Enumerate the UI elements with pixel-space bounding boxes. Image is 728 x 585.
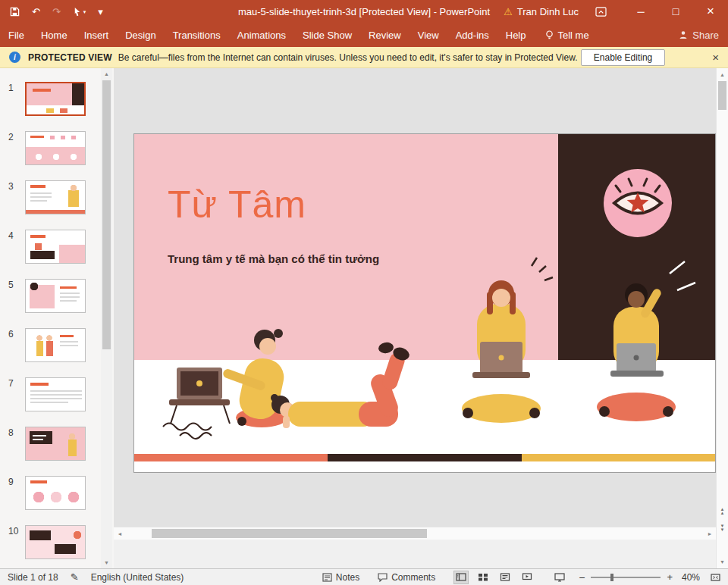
comments-button[interactable]: Comments — [378, 572, 435, 583]
thumbnail-row: 7 — [0, 377, 114, 427]
enable-editing-button[interactable]: Enable Editing — [581, 49, 665, 66]
slide-thumbnail-4[interactable] — [25, 230, 86, 264]
thumbnail-row: 2 — [0, 131, 114, 180]
slide-subtitle[interactable]: Trung tâm y tế mà bạn có thể tin tưởng — [168, 252, 379, 265]
proofing-icon[interactable]: ✎ — [71, 571, 79, 583]
scroll-left-icon[interactable]: ◄ — [114, 527, 126, 540]
touch-mode-icon[interactable]: ▾ — [73, 7, 86, 17]
horizontal-scrollbar[interactable]: ◄ ► — [114, 527, 716, 540]
tab-add-ins[interactable]: Add-ins — [447, 23, 497, 47]
slide-thumbnail-7[interactable] — [25, 377, 86, 411]
save-icon[interactable] — [10, 7, 20, 17]
tab-review[interactable]: Review — [360, 23, 410, 47]
protected-view-label: PROTECTED VIEW — [28, 52, 112, 63]
close-message-bar-icon[interactable]: × — [712, 52, 719, 63]
slide-dark-panel — [558, 134, 715, 360]
minimize-button[interactable]: ─ — [623, 0, 658, 23]
slide-number: 4 — [8, 230, 14, 241]
thumbnail-row: 4 — [0, 230, 114, 279]
accent-bar-yellow — [522, 454, 715, 461]
tab-view[interactable]: View — [410, 23, 447, 47]
zoom-level[interactable]: 40% — [682, 572, 700, 583]
comments-label: Comments — [391, 572, 435, 583]
thumbnail-row: 8 — [0, 427, 114, 476]
comment-icon — [378, 573, 388, 582]
notes-button[interactable]: Notes — [322, 572, 359, 583]
customize-qat-icon[interactable]: ▾ — [98, 7, 103, 17]
thumbnail-row: 1 — [0, 82, 114, 131]
tab-file[interactable]: File — [0, 23, 33, 47]
undo-icon[interactable]: ↶ — [32, 7, 40, 17]
redo-icon: ↷ — [52, 7, 61, 17]
slide-show-button[interactable] — [519, 571, 535, 584]
ribbon-display-options-icon[interactable] — [595, 7, 607, 17]
eye-graphic — [604, 169, 672, 237]
scrollbar-thumb[interactable] — [102, 80, 111, 349]
slide-thumbnail-9[interactable] — [25, 476, 86, 510]
chevron-up-icon: ▲ — [720, 511, 725, 515]
thumbnail-row: 6 — [0, 328, 114, 377]
slide-title[interactable]: Từ Tâm — [168, 183, 306, 227]
accent-bar-dark — [328, 454, 521, 461]
user-name[interactable]: Tran Dinh Luc — [517, 6, 579, 17]
scroll-right-icon[interactable]: ► — [704, 527, 716, 540]
vertical-scrollbar[interactable]: ▲ ▲ ▲ ▼ ▼ ▼ — [716, 68, 728, 568]
ribbon-tab-bar: File Home Insert Design Transitions Anim… — [0, 23, 728, 47]
slide-number: 5 — [8, 280, 14, 290]
bottom-spacer-band — [114, 540, 716, 568]
fit-slide-to-window-icon[interactable] — [711, 573, 720, 582]
tab-slide-show[interactable]: Slide Show — [294, 23, 360, 47]
slide-thumbnail-2[interactable] — [25, 131, 86, 165]
protected-view-bar: i PROTECTED VIEW Be careful—files from t… — [0, 47, 728, 68]
tab-design[interactable]: Design — [117, 23, 164, 47]
tell-me-label: Tell me — [558, 30, 589, 41]
accent-bar-salmon — [134, 454, 328, 461]
thumbnail-panel-scrollbar[interactable]: ▲ ▼ — [101, 68, 112, 568]
slide-accent-bar — [134, 454, 715, 461]
zoom-slider[interactable] — [591, 577, 661, 578]
title-bar: ↶ ↷ ▾ ▾ mau-5-slide-thuyet-trinh-3d [Pro… — [0, 0, 728, 23]
tab-home[interactable]: Home — [33, 23, 76, 47]
close-button[interactable]: × — [693, 0, 728, 23]
tab-transitions[interactable]: Transitions — [165, 23, 229, 47]
zoom-in-button[interactable]: + — [667, 571, 673, 583]
zoom-out-button[interactable]: − — [579, 571, 585, 583]
language-indicator[interactable]: English (United States) — [91, 572, 184, 583]
slide-thumbnail-1[interactable] — [25, 82, 86, 116]
scroll-up-icon[interactable]: ▲ — [101, 68, 112, 80]
normal-view-button[interactable] — [453, 571, 469, 584]
maximize-button[interactable]: □ — [658, 0, 693, 23]
reading-view-button[interactable] — [497, 571, 513, 584]
horizontal-scrollbar-thumb[interactable] — [152, 529, 427, 538]
slide-number: 2 — [8, 132, 14, 142]
tab-animations[interactable]: Animations — [229, 23, 294, 47]
next-slide-button[interactable]: ▼ ▼ — [717, 524, 728, 532]
previous-slide-button[interactable]: ▲ ▲ — [717, 508, 728, 515]
slide-thumbnail-6[interactable] — [25, 328, 86, 362]
notes-label: Notes — [336, 572, 359, 583]
eye-illustration — [604, 169, 672, 237]
slide-thumbnail-3[interactable] — [25, 180, 86, 214]
protected-view-message: Be careful—files from the Internet can c… — [118, 52, 578, 63]
slide-indicator[interactable]: Slide 1 of 18 — [8, 572, 58, 583]
vertical-scrollbar-thumb[interactable] — [718, 81, 726, 110]
view-shortcuts — [453, 571, 535, 584]
slide-sorter-view-button[interactable] — [475, 571, 491, 584]
scroll-down-icon[interactable]: ▼ — [101, 557, 112, 568]
slide-thumbnail-5[interactable] — [25, 279, 86, 313]
scroll-down-icon[interactable]: ▼ — [717, 556, 728, 568]
slide-thumbnail-8[interactable] — [25, 427, 86, 461]
slide-number: 7 — [8, 378, 14, 389]
tab-help[interactable]: Help — [497, 23, 535, 47]
status-bar: Slide 1 of 18 ✎ English (United States) … — [0, 568, 728, 585]
slide-editor[interactable]: Từ Tâm Trung tâm y tế mà bạn có thể tin … — [133, 133, 716, 473]
scroll-up-icon[interactable]: ▲ — [717, 69, 728, 80]
tell-me-box[interactable]: Tell me — [545, 30, 589, 41]
slide-canvas-area: Từ Tâm Trung tâm y tế mà bạn có thể tin … — [114, 68, 716, 527]
tab-insert[interactable]: Insert — [76, 23, 118, 47]
zoom-slider-thumb[interactable] — [610, 574, 613, 581]
presentation-display-icon[interactable] — [554, 573, 565, 582]
share-label: Share — [692, 30, 719, 41]
share-button[interactable]: Share — [679, 30, 719, 41]
slide-thumbnail-10[interactable] — [25, 525, 86, 559]
